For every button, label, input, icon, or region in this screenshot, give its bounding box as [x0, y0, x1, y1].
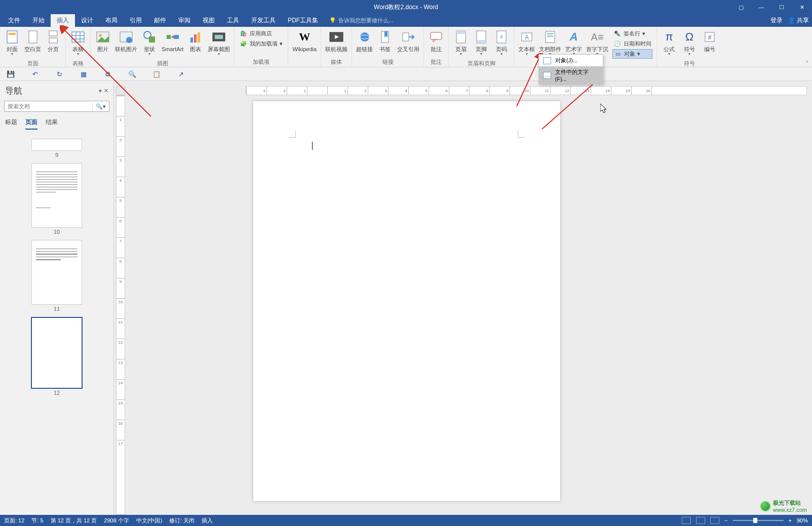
footer-icon — [473, 29, 489, 45]
view-print-icon[interactable] — [696, 517, 705, 524]
textbox-button[interactable]: A文本框▾ — [516, 28, 537, 58]
qat-icon-2[interactable]: ⚙ — [103, 69, 112, 78]
tab-file[interactable]: 文件 — [2, 14, 26, 27]
dropdown-text-from-file[interactable]: 文件中的文字(F)... — [539, 66, 603, 84]
share-button[interactable]: 👤 共享 — [788, 16, 809, 25]
editor-area[interactable]: 32112345678910111213141516 1234567891011… — [114, 81, 812, 515]
qat-icon-4[interactable]: 📋 — [152, 69, 161, 78]
my-addins-button[interactable]: 🧩我的加载项 ▾ — [239, 39, 284, 49]
close-button[interactable]: ✕ — [792, 0, 812, 14]
tab-review[interactable]: 审阅 — [172, 14, 197, 27]
object-button[interactable]: ▭对象 ▾ — [612, 49, 652, 59]
watermark: 极光下载站 www.xz7.com — [760, 499, 807, 513]
tab-mailings[interactable]: 邮件 — [148, 14, 172, 27]
zoom-slider[interactable] — [733, 520, 784, 521]
hyperlink-button[interactable]: 超链接 — [354, 28, 375, 53]
tab-view[interactable]: 视图 — [197, 14, 221, 27]
svg-point-13 — [126, 37, 132, 43]
tab-design[interactable]: 设计 — [75, 14, 99, 27]
thumbnail-page-12[interactable] — [31, 317, 83, 389]
tab-tools[interactable]: 工具 — [221, 14, 245, 27]
view-read-icon[interactable] — [682, 517, 691, 524]
zoom-out-icon[interactable]: − — [724, 517, 727, 523]
number-button[interactable]: #编号 — [700, 28, 720, 53]
picture-button[interactable]: 图片 — [93, 28, 113, 53]
page-break-button[interactable]: 分页 — [43, 28, 63, 53]
shapes-button[interactable]: 形状▾ — [139, 28, 160, 58]
status-page[interactable]: 页面: 12 — [4, 517, 24, 524]
smartart-button[interactable]: SmartArt — [160, 28, 185, 53]
thumbnail-page-11[interactable] — [31, 240, 82, 305]
signin-link[interactable]: 登录 — [770, 16, 783, 25]
vertical-ruler[interactable]: 1234567891011121314151617 — [116, 95, 125, 515]
zoom-level[interactable]: 90% — [797, 517, 808, 523]
save-icon[interactable]: 💾 — [6, 69, 15, 78]
nav-close-icon[interactable]: ✕ — [104, 88, 108, 94]
maximize-button[interactable]: ☐ — [771, 0, 792, 14]
crossref-button[interactable]: 交叉引用 — [395, 28, 421, 53]
status-words[interactable]: 2908 个字 — [104, 517, 129, 524]
status-track[interactable]: 修订: 关闭 — [169, 517, 195, 524]
quickparts-button[interactable]: 文档部件▾ — [537, 28, 563, 58]
symbol-button[interactable]: Ω符号▾ — [679, 28, 700, 58]
document-page[interactable] — [253, 101, 560, 501]
wordart-button[interactable]: A艺术字▾ — [563, 28, 584, 58]
chart-button[interactable]: 图表 — [185, 28, 206, 53]
page-number-button[interactable]: #页码▾ — [491, 28, 512, 58]
store-button[interactable]: 🛍️应用商店 — [239, 29, 284, 38]
view-web-icon[interactable] — [710, 517, 719, 524]
qat-icon-3[interactable]: 🔍 — [128, 69, 137, 78]
tell-me-placeholder: 告诉我您想要做什么... — [338, 17, 393, 24]
equation-button[interactable]: π公式▾ — [659, 28, 679, 58]
wikipedia-button[interactable]: WWikipedia — [290, 28, 319, 53]
thumbnail-page-9[interactable] — [31, 139, 82, 151]
picture-icon — [95, 29, 111, 45]
status-page-of[interactable]: 第 12 页，共 12 页 — [51, 517, 97, 524]
watermark-brand: 极光下载站 — [773, 499, 807, 507]
tab-home[interactable]: 开始 — [26, 14, 51, 27]
cover-page-icon — [4, 29, 20, 45]
comment-button[interactable]: 批注 — [426, 28, 446, 53]
margin-mark — [518, 131, 525, 138]
header-button[interactable]: 页眉▾ — [451, 28, 471, 58]
zoom-in-icon[interactable]: + — [789, 517, 792, 523]
screenshot-button[interactable]: 屏幕截图▾ — [206, 28, 232, 58]
undo-icon[interactable]: ↶ — [30, 69, 40, 78]
status-section[interactable]: 节: 5 — [31, 517, 43, 524]
video-icon — [328, 29, 344, 45]
nav-tab-pages[interactable]: 页面 — [25, 118, 37, 130]
nav-tab-headings[interactable]: 标题 — [5, 118, 17, 130]
tab-layout[interactable]: 布局 — [99, 14, 124, 27]
online-video-button[interactable]: 联机视频 — [323, 28, 350, 53]
online-picture-button[interactable]: 联机图片 — [113, 28, 139, 53]
redo-icon[interactable]: ↻ — [55, 69, 64, 78]
ribbon-display-options-icon[interactable]: ▢ — [731, 0, 751, 14]
cover-page-button[interactable]: 封面▾ — [2, 28, 22, 58]
status-language[interactable]: 中文(中国) — [136, 517, 162, 524]
qat-icon-5[interactable]: ↗ — [176, 69, 185, 78]
tab-developer[interactable]: 开发工具 — [245, 14, 282, 27]
table-button[interactable]: 表格▾ — [68, 28, 88, 58]
blank-page-button[interactable]: 空白页 — [22, 28, 43, 53]
collapse-ribbon-icon[interactable]: ⌃ — [805, 60, 809, 66]
textbox-icon: A — [519, 29, 535, 45]
signature-line-button[interactable]: ✒️签名行 ▾ — [612, 29, 652, 38]
status-mode[interactable]: 插入 — [202, 517, 213, 524]
qat-icon-1[interactable]: ▦ — [79, 69, 88, 78]
footer-button[interactable]: 页脚▾ — [471, 28, 491, 58]
search-button[interactable]: 🔍▾ — [92, 102, 108, 111]
tab-references[interactable]: 引用 — [124, 14, 148, 27]
nav-thumbnails[interactable]: 9 10 11 12 — [0, 133, 113, 515]
tell-me-search[interactable]: 💡 告诉我您想要做什么... — [329, 17, 393, 24]
datetime-button[interactable]: 🕒日期和时间 — [612, 39, 652, 49]
nav-dropdown-icon[interactable]: ▾ — [99, 88, 102, 94]
minimize-button[interactable]: — — [751, 0, 771, 14]
tab-pdf[interactable]: PDF工具集 — [282, 14, 324, 27]
bookmark-button[interactable]: 书签 — [375, 28, 395, 53]
thumbnail-page-10[interactable] — [31, 163, 82, 228]
horizontal-ruler[interactable]: 32112345678910111213141516 — [246, 86, 807, 95]
dropcap-button[interactable]: A≡首字下沉▾ — [584, 28, 610, 58]
tab-insert[interactable]: 插入 — [51, 14, 75, 27]
nav-tab-results[interactable]: 结果 — [46, 118, 58, 130]
dropdown-object-item[interactable]: 对象(J)... — [539, 55, 603, 66]
